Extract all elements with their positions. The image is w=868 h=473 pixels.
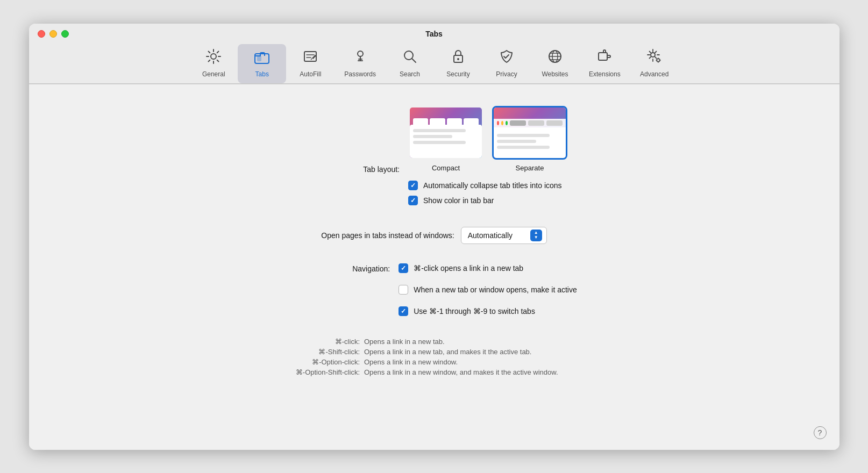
tab-layout-label: Tab layout: <box>301 106 408 174</box>
shortcut-key-0: ⌘-click: <box>246 338 364 346</box>
compact-layout-option[interactable]: Compact <box>408 106 483 172</box>
open-pages-select[interactable]: Automatically ▲ ▼ <box>461 227 547 244</box>
nav-option3-check: ✓ <box>401 308 406 314</box>
nav-option1-label: ⌘-click opens a link in a new tab <box>414 264 523 273</box>
compact-content <box>410 125 482 151</box>
compact-bg <box>410 108 482 158</box>
search-icon <box>402 48 418 67</box>
svg-line-8 <box>412 59 416 62</box>
nav-option2-label: When a new tab or window opens, make it … <box>414 285 577 294</box>
nav-option1-checkbox[interactable]: ✓ <box>399 263 408 273</box>
shortcut-row-2: ⌘-Option-click: Opens a link in a new wi… <box>246 358 622 366</box>
passwords-icon <box>352 48 368 67</box>
navigation-options: ✓ ⌘-click opens a link in a new tab When… <box>399 263 577 321</box>
tab-search-label: Search <box>400 70 420 78</box>
show-color-check: ✓ <box>410 197 416 204</box>
svg-point-10 <box>457 58 459 60</box>
tab-privacy-label: Privacy <box>496 70 517 78</box>
svg-point-17 <box>651 53 655 57</box>
open-pages-stepper[interactable]: ▲ ▼ <box>530 230 542 241</box>
auto-collapse-check: ✓ <box>410 182 416 189</box>
advanced-icon <box>646 48 663 67</box>
nav-option1-row: ✓ ⌘-click opens a link in a new tab <box>399 263 577 273</box>
tab-layout-section: Tab layout: <box>72 106 796 211</box>
tab-search[interactable]: Search <box>386 44 434 83</box>
sep-dot-yellow <box>501 121 503 125</box>
autofill-icon <box>302 48 318 67</box>
sep-dot-green <box>506 121 508 125</box>
tab-advanced[interactable]: Advanced <box>630 44 679 83</box>
privacy-icon <box>499 48 515 67</box>
tab-privacy[interactable]: Privacy <box>482 44 531 83</box>
sep-tab-3 <box>546 120 563 126</box>
content-line-2 <box>413 135 452 138</box>
shortcut-key-3: ⌘-Option-Shift-click: <box>246 368 364 376</box>
help-button[interactable]: ? <box>814 426 827 439</box>
tab-autofill[interactable]: AutoFill <box>286 44 335 83</box>
help-icon: ? <box>818 428 822 437</box>
show-color-label: Show color in tab bar <box>423 196 494 205</box>
show-color-row: ✓ Show color in tab bar <box>408 196 494 205</box>
open-pages-value: Automatically <box>468 231 526 240</box>
compact-tab-4 <box>464 118 479 126</box>
navigation-section: Navigation: ✓ ⌘-click opens a link in a … <box>72 263 796 321</box>
sep-tab-lines <box>510 120 563 126</box>
tabs-icon <box>254 48 270 67</box>
separate-content <box>494 127 566 156</box>
separate-bg <box>494 108 566 158</box>
shortcut-key-1: ⌘-Shift-click: <box>246 348 364 356</box>
shortcut-key-2: ⌘-Option-click: <box>246 358 364 366</box>
minimize-button[interactable] <box>49 30 57 38</box>
svg-rect-2 <box>257 56 261 61</box>
tab-extensions[interactable]: Extensions <box>579 44 630 83</box>
tab-security[interactable]: Security <box>434 44 482 83</box>
stepper-down: ▼ <box>534 235 538 240</box>
tab-websites[interactable]: Websites <box>531 44 579 83</box>
extensions-icon <box>596 48 613 67</box>
tab-general-label: General <box>202 70 225 78</box>
titlebar: Tabs General <box>29 24 839 84</box>
separate-label: Separate <box>516 164 544 172</box>
websites-icon <box>547 48 563 67</box>
compact-inner <box>410 125 482 157</box>
nav-option3-checkbox[interactable]: ✓ <box>399 306 408 316</box>
compact-label: Compact <box>432 164 460 172</box>
compact-tabs <box>413 118 479 126</box>
window-title: Tabs <box>425 30 443 38</box>
nav-option3-label: Use ⌘-1 through ⌘-9 to switch tabs <box>414 307 535 316</box>
separate-inner <box>494 127 566 157</box>
auto-collapse-label: Automatically collapse tab titles into i… <box>423 181 562 190</box>
auto-collapse-row: ✓ Automatically collapse tab titles into… <box>408 181 562 190</box>
tab-autofill-label: AutoFill <box>300 70 321 78</box>
sep-content-line-2 <box>497 140 536 143</box>
tab-general[interactable]: General <box>189 44 238 83</box>
compact-tab-1 <box>413 118 428 126</box>
compact-tab-3 <box>447 118 462 126</box>
nav-option3-row: ✓ Use ⌘-1 through ⌘-9 to switch tabs <box>399 306 577 316</box>
tab-tabs[interactable]: Tabs <box>238 44 286 83</box>
shortcut-row-3: ⌘-Option-Shift-click: Opens a link in a … <box>246 368 622 376</box>
nav-option2-row: When a new tab or window opens, make it … <box>399 285 577 295</box>
tab-passwords-label: Passwords <box>344 70 376 78</box>
tab-passwords[interactable]: Passwords <box>335 44 386 83</box>
auto-collapse-checkbox[interactable]: ✓ <box>408 181 418 190</box>
separate-thumbnail <box>492 106 567 160</box>
sep-tab-2 <box>528 120 544 126</box>
main-window: Tabs General <box>29 24 839 450</box>
navigation-label: Navigation: <box>291 263 399 321</box>
maximize-button[interactable] <box>61 30 69 38</box>
nav-option1-check: ✓ <box>401 265 406 271</box>
shortcut-desc-3: Opens a link in a new window, and makes … <box>364 368 558 376</box>
svg-point-0 <box>211 54 216 59</box>
show-color-checkbox[interactable]: ✓ <box>408 196 418 205</box>
sep-content-line-1 <box>497 134 550 137</box>
separate-layout-option[interactable]: Separate <box>492 106 567 172</box>
shortcuts-section: ⌘-click: Opens a link in a new tab. ⌘-Sh… <box>72 338 796 378</box>
close-button[interactable] <box>38 30 45 38</box>
security-icon <box>450 48 466 67</box>
tab-advanced-label: Advanced <box>640 70 668 78</box>
shortcut-desc-1: Opens a link in a new tab, and makes it … <box>364 348 531 356</box>
svg-rect-16 <box>599 53 607 60</box>
svg-rect-1 <box>255 54 269 63</box>
nav-option2-checkbox[interactable] <box>399 285 408 295</box>
